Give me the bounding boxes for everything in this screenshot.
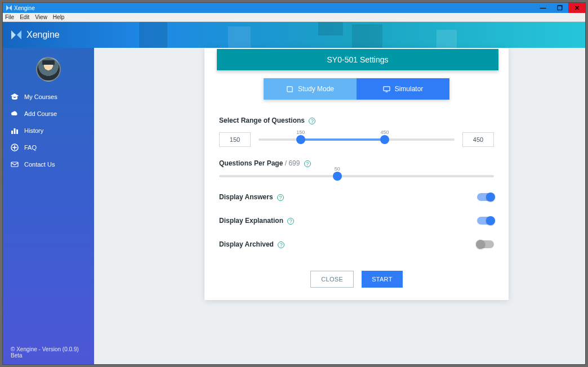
book-icon: [286, 86, 293, 93]
tab-simulator[interactable]: Simulator: [357, 78, 449, 100]
range-min-handle[interactable]: [296, 135, 305, 144]
menu-file[interactable]: File: [5, 14, 14, 20]
avatar[interactable]: [36, 57, 61, 82]
help-icon[interactable]: ?: [304, 160, 311, 167]
menu-view[interactable]: View: [35, 14, 47, 20]
mail-icon: [11, 160, 19, 168]
svg-rect-1: [14, 128, 16, 134]
display-archived-label: Display Archived ?: [219, 240, 284, 248]
sidebar-item-label: History: [24, 127, 43, 134]
window-close-button[interactable]: ✕: [568, 3, 585, 13]
graduation-icon: [11, 93, 19, 101]
bar-chart-icon: [11, 127, 19, 135]
app-title: Xengine: [26, 30, 60, 40]
display-explanation-label: Display Explanation ?: [219, 217, 294, 225]
app-header: Xengine: [3, 22, 585, 48]
display-archived-toggle[interactable]: [477, 240, 494, 248]
help-icon[interactable]: ?: [278, 241, 284, 248]
window-minimize-button[interactable]: —: [534, 3, 551, 13]
range-max-handle[interactable]: [380, 135, 389, 144]
per-page-hint: 50: [335, 166, 340, 172]
menu-edit[interactable]: Edit: [20, 14, 29, 20]
svg-rect-0: [11, 131, 13, 134]
start-button[interactable]: START: [362, 271, 403, 288]
svg-rect-5: [384, 86, 390, 90]
sidebar-item-label: Add Course: [24, 110, 57, 117]
per-page-label: Questions Per Page / 699 ?: [219, 159, 494, 167]
sidebar-item-history[interactable]: History: [3, 122, 94, 139]
sidebar-footer: © Xengine - Version (0.0.9) Beta: [3, 341, 94, 364]
tab-label: Simulator: [395, 85, 424, 93]
help-icon[interactable]: ?: [277, 194, 284, 201]
titlebar: Xengine — ❐ ✕: [3, 3, 585, 13]
sidebar-item-faq[interactable]: FAQ: [3, 139, 94, 156]
sidebar-item-add-course[interactable]: Add Course: [3, 105, 94, 122]
svg-rect-4: [11, 162, 18, 167]
window-maximize-button[interactable]: ❐: [551, 3, 568, 13]
display-answers-label: Display Answers ?: [219, 193, 284, 201]
menu-help[interactable]: Help: [53, 14, 65, 20]
display-explanation-toggle[interactable]: [477, 217, 494, 225]
settings-title-bar: SY0-501 Settings: [217, 49, 498, 70]
per-page-slider[interactable]: 50: [219, 175, 494, 177]
sidebar-item-label: FAQ: [24, 144, 37, 151]
help-icon[interactable]: ?: [287, 218, 294, 225]
range-max-input[interactable]: [462, 132, 494, 147]
range-label: Select Range of Questions ?: [219, 117, 494, 124]
sidebar-item-label: Contact Us: [24, 161, 55, 168]
sidebar: My Courses Add Course History FAQ Contac…: [3, 48, 94, 364]
range-min-input[interactable]: [219, 132, 251, 147]
close-button[interactable]: CLOSE: [310, 271, 354, 288]
monitor-icon: [383, 86, 390, 93]
content-area: SY0-501 Settings Study Mode Simulator: [94, 48, 585, 364]
sidebar-item-label: My Courses: [24, 93, 57, 100]
app-logo-icon: [11, 29, 22, 41]
range-min-hint: 150: [296, 129, 305, 135]
plus-circle-icon: [11, 144, 19, 151]
range-max-hint: 450: [381, 129, 389, 135]
display-answers-toggle[interactable]: [477, 193, 494, 201]
help-icon[interactable]: ?: [309, 118, 315, 124]
app-window: Xengine — ❐ ✕ File Edit View Help Xengin…: [2, 2, 586, 365]
sidebar-item-my-courses[interactable]: My Courses: [3, 88, 94, 105]
cloud-icon: [11, 110, 19, 118]
per-page-handle[interactable]: [333, 172, 342, 181]
range-slider[interactable]: 150 450: [259, 138, 455, 141]
menu-bar: File Edit View Help: [3, 13, 585, 22]
tab-study-mode[interactable]: Study Mode: [264, 78, 357, 100]
svg-rect-2: [16, 129, 18, 134]
app-icon: [6, 5, 12, 11]
window-title: Xengine: [14, 5, 35, 11]
tab-label: Study Mode: [298, 85, 334, 93]
settings-card: Study Mode Simulator Select Range of Que…: [204, 48, 509, 300]
sidebar-item-contact-us[interactable]: Contact Us: [3, 156, 94, 173]
